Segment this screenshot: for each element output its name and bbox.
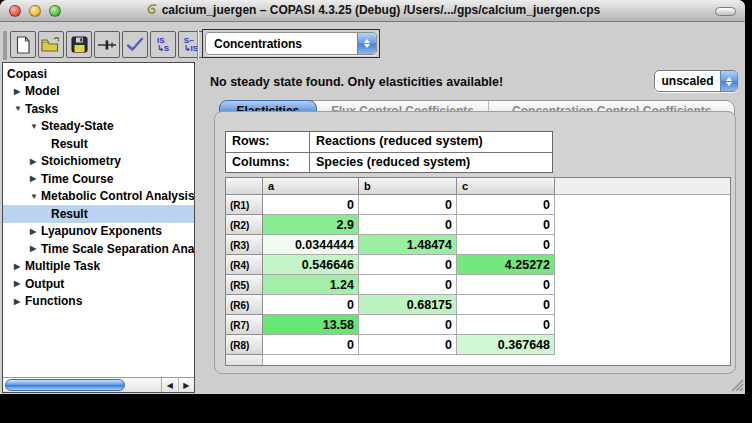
tree-expanded-icon[interactable]: ▼ <box>14 104 25 113</box>
tree-collapsed-icon[interactable]: ▶ <box>30 227 41 236</box>
tree-item-label: Result <box>51 137 88 151</box>
matrix-cell[interactable]: 13.58 <box>263 315 359 335</box>
matrix-cell[interactable]: 0.546646 <box>263 255 359 275</box>
matrix-row-header[interactable]: (R6) <box>226 295 263 315</box>
open-file-button[interactable] <box>38 31 64 58</box>
tree-item-label: Copasi <box>7 67 47 81</box>
matrix-cell[interactable]: 1.48474 <box>359 235 457 255</box>
scroll-left-button[interactable]: ◀ <box>162 378 178 392</box>
matrix-cell[interactable]: 0 <box>359 195 457 215</box>
matrix-cell[interactable]: 0 <box>457 235 555 255</box>
matrix-row-header[interactable]: (R5) <box>226 275 263 295</box>
tree-item-label: Stoichiometry <box>41 154 121 168</box>
matrix-row-header[interactable]: (R7) <box>226 315 263 335</box>
matrix-column-header-a[interactable]: a <box>263 178 359 195</box>
matrix-cell[interactable]: 0 <box>457 315 555 335</box>
matrix-cell[interactable]: 0.68175 <box>359 295 457 315</box>
tree-collapsed-icon[interactable]: ▶ <box>14 279 25 288</box>
tree-item-label: Time Course <box>41 172 113 186</box>
tree-expanded-icon[interactable]: ▼ <box>30 192 41 201</box>
tree-collapsed-icon[interactable]: ▶ <box>14 87 25 96</box>
matrix-cell[interactable]: 0 <box>263 295 359 315</box>
matrix-cell[interactable]: 0 <box>359 255 457 275</box>
tree-item-copasi[interactable]: Copasi <box>3 65 194 83</box>
new-file-button[interactable] <box>10 31 36 58</box>
matrix-header-row: abc <box>226 178 730 195</box>
tree-item-metabolic-control-analysis[interactable]: ▼Metabolic Control Analysis <box>3 188 194 206</box>
s-to-is-button[interactable]: S⌐ ↳IS <box>178 31 204 58</box>
matrix-cell[interactable]: 0 <box>359 275 457 295</box>
tree-item-time-course[interactable]: ▶Time Course <box>3 170 194 188</box>
scroll-right-button[interactable]: ▶ <box>178 378 195 392</box>
sidebar-horizontal-scrollbar[interactable]: ◀ ▶ <box>3 377 194 392</box>
slider-button[interactable] <box>94 31 120 58</box>
matrix-column-header-c[interactable]: c <box>457 178 555 195</box>
tree-item-output[interactable]: ▶Output <box>3 275 194 293</box>
update-model-button[interactable] <box>122 31 148 58</box>
matrix-cell[interactable]: 4.25272 <box>457 255 555 275</box>
navigation-sidebar: Copasi▶Model▼Tasks▼Steady-StateResult▶St… <box>2 62 195 393</box>
tree-collapsed-icon[interactable]: ▶ <box>30 244 41 253</box>
matrix-row-header[interactable]: (R8) <box>226 335 263 355</box>
task-selector-dropdown[interactable]: Concentrations <box>205 32 377 55</box>
resize-grip[interactable] <box>729 377 744 392</box>
matrix-cell[interactable]: 0 <box>457 195 555 215</box>
tree-expanded-icon[interactable]: ▼ <box>30 122 41 131</box>
toolbar-handle[interactable] <box>3 31 7 60</box>
matrix-cell[interactable]: 0.367648 <box>457 335 555 355</box>
tree-item-stoichiometry[interactable]: ▶Stoichiometry <box>3 153 194 171</box>
matrix-cell[interactable]: 0 <box>457 295 555 315</box>
matrix-column-header-b[interactable]: b <box>359 178 457 195</box>
window-title-wrap: calcium_juergen – COPASI 4.3.25 (Debug) … <box>0 3 745 19</box>
tree-item-functions[interactable]: ▶Functions <box>3 293 194 311</box>
matrix-row-header[interactable]: (R1) <box>226 195 263 215</box>
matrix-row-header[interactable]: (R4) <box>226 255 263 275</box>
tree-item-model[interactable]: ▶Model <box>3 83 194 101</box>
matrix-row-r5: (R5)1.2400 <box>226 275 730 295</box>
scale-selector-dropdown[interactable]: unscaled <box>654 70 738 92</box>
tree-item-result[interactable]: Result <box>3 205 194 223</box>
save-file-button[interactable] <box>66 31 92 58</box>
matrix-row-filler <box>555 215 730 235</box>
tree-item-multiple-task[interactable]: ▶Multiple Task <box>3 258 194 276</box>
is-to-s-button[interactable]: IS ↳S <box>150 31 176 58</box>
matrix-cell[interactable]: 0 <box>457 215 555 235</box>
columns-label: Columns: <box>226 153 310 172</box>
matrix-cell[interactable]: 0 <box>263 195 359 215</box>
toolbar-toggle-button[interactable] <box>715 7 736 16</box>
matrix-cell[interactable]: 1.24 <box>263 275 359 295</box>
matrix-cell[interactable]: 0 <box>457 275 555 295</box>
toolbar: IS ↳SS⌐ ↳IS <box>10 31 204 58</box>
is-to-s-icon: IS ↳S <box>157 37 169 53</box>
tree-item-steady-state[interactable]: ▼Steady-State <box>3 118 194 136</box>
matrix-row-header[interactable]: (R3) <box>226 235 263 255</box>
matrix-row-r4: (R4)0.54664604.25272 <box>226 255 730 275</box>
matrix-cell[interactable]: 0 <box>359 215 457 235</box>
tree-collapsed-icon[interactable]: ▶ <box>14 297 25 306</box>
tree-collapsed-icon[interactable]: ▶ <box>14 262 25 271</box>
tree-item-lyapunov-exponents[interactable]: ▶Lyapunov Exponents <box>3 223 194 241</box>
matrix-row-r6: (R6)00.681750 <box>226 295 730 315</box>
tree-item-tasks[interactable]: ▼Tasks <box>3 100 194 118</box>
matrix-info-table: Rows: Reactions (reduced system) Columns… <box>225 131 553 173</box>
tree-item-time-scale-separation-anal[interactable]: ▶Time Scale Separation Anal <box>3 240 194 258</box>
copasi-logo-icon <box>145 3 158 19</box>
matrix-cell[interactable]: 0 <box>263 335 359 355</box>
matrix-cell[interactable]: 0 <box>359 335 457 355</box>
rows-label: Rows: <box>226 132 310 152</box>
matrix-cell[interactable]: 0 <box>359 315 457 335</box>
task-selector-value: Concentrations <box>206 37 357 51</box>
dropdown-stepper-icon[interactable] <box>357 33 376 54</box>
tree-item-label: Tasks <box>25 102 58 116</box>
tree-item-label: Time Scale Separation Anal <box>41 242 194 256</box>
tree-collapsed-icon[interactable]: ▶ <box>30 157 41 166</box>
scale-stepper-icon[interactable] <box>720 71 737 91</box>
scrollbar-thumb[interactable] <box>5 379 125 391</box>
matrix-row-r7: (R7)13.5800 <box>226 315 730 335</box>
matrix-cell[interactable]: 0.0344444 <box>263 235 359 255</box>
matrix-row-header[interactable]: (R2) <box>226 215 263 235</box>
matrix-cell[interactable]: 2.9 <box>263 215 359 235</box>
tree-item-result[interactable]: Result <box>3 135 194 153</box>
checkmark-icon <box>126 37 144 52</box>
tree-collapsed-icon[interactable]: ▶ <box>30 174 41 183</box>
